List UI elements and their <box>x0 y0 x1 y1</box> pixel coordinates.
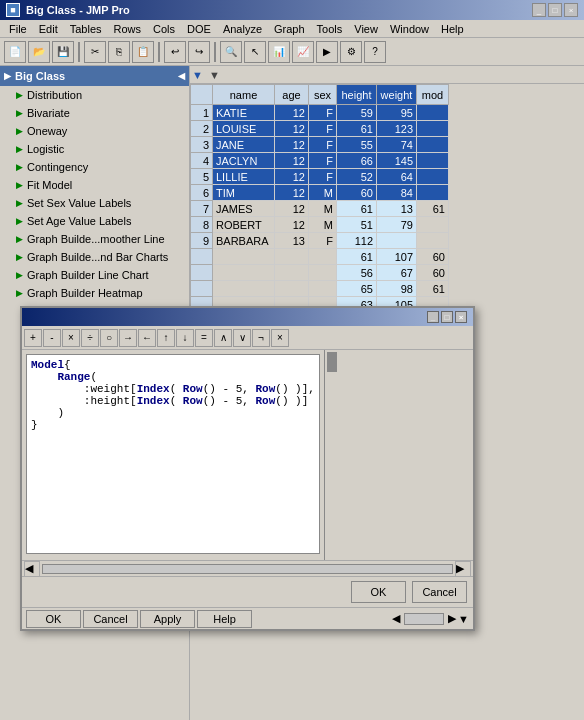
new-btn[interactable]: 📄 <box>4 41 26 63</box>
lower-cancel-button[interactable]: Cancel <box>83 610 138 628</box>
script-btn[interactable]: ▶ <box>316 41 338 63</box>
dialog-tb-eq[interactable]: = <box>195 329 213 347</box>
dialog-close-button[interactable]: × <box>455 311 467 323</box>
sidebar-item-graphline[interactable]: ▶ Graph Builder Line Chart <box>0 266 189 284</box>
sidebar-item-setsex[interactable]: ▶ Set Sex Value Labels <box>0 194 189 212</box>
graph-btn[interactable]: 📈 <box>292 41 314 63</box>
dialog-tb-and[interactable]: ∧ <box>214 329 232 347</box>
menu-file[interactable]: File <box>4 22 32 36</box>
scroll-right-icon[interactable]: ▶ <box>455 561 471 577</box>
col-header-name[interactable]: name <box>213 85 275 105</box>
dialog-cancel-button[interactable]: Cancel <box>412 581 467 603</box>
dialog-tb-not[interactable]: ¬ <box>252 329 270 347</box>
menu-window[interactable]: Window <box>385 22 434 36</box>
cell-sex: F <box>309 105 337 121</box>
toolbar-sep3 <box>214 42 216 62</box>
menu-graph[interactable]: Graph <box>269 22 310 36</box>
dialog-tb-right[interactable]: → <box>119 329 137 347</box>
sidebar-item-label: Distribution <box>27 89 82 101</box>
sidebar-item-fitmodel[interactable]: ▶ Fit Model <box>0 176 189 194</box>
horizontal-scrollbar[interactable] <box>42 564 453 574</box>
menu-doe[interactable]: DOE <box>182 22 216 36</box>
dialog-tb-down[interactable]: ↓ <box>176 329 194 347</box>
cell-weight: 64 <box>377 169 417 185</box>
dialog-maximize-button[interactable]: □ <box>441 311 453 323</box>
dialog-ok-button[interactable]: OK <box>351 581 406 603</box>
dialog-minimize-button[interactable]: _ <box>427 311 439 323</box>
dialog-tb-sub[interactable]: - <box>43 329 61 347</box>
row-marker-icon: ▼ <box>192 69 203 81</box>
menu-edit[interactable]: Edit <box>34 22 63 36</box>
sidebar-item-oneway[interactable]: ▶ Oneway <box>0 122 189 140</box>
dialog-tb-circle[interactable]: ○ <box>100 329 118 347</box>
scroll-right-icon2[interactable]: ▶ <box>448 612 456 625</box>
sidebar-item-contingency[interactable]: ▶ Contingency <box>0 158 189 176</box>
dialog-tb-up[interactable]: ↑ <box>157 329 175 347</box>
formula-editor[interactable]: Model{ Range( :weight[Index( Row() - 5, … <box>26 354 320 554</box>
sidebar-item-bivariate[interactable]: ▶ Bivariate <box>0 104 189 122</box>
menu-help[interactable]: Help <box>436 22 469 36</box>
cut-btn[interactable]: ✂ <box>84 41 106 63</box>
save-btn[interactable]: 💾 <box>52 41 74 63</box>
settings-btn[interactable]: ⚙ <box>340 41 362 63</box>
tree-arrow-icon: ▶ <box>16 108 23 118</box>
dialog-tb-or[interactable]: ∨ <box>233 329 251 347</box>
menu-cols[interactable]: Cols <box>148 22 180 36</box>
col-header-mod[interactable]: mod <box>417 85 449 105</box>
dialog-tb-left[interactable]: ← <box>138 329 156 347</box>
dialog-title-buttons[interactable]: _ □ × <box>427 311 467 323</box>
panel-collapse-icon[interactable]: ▶ <box>4 71 11 81</box>
cell-height: 52 <box>337 169 377 185</box>
table-row: 7JAMES12M611361 <box>191 201 449 217</box>
sidebar-item-graphbar[interactable]: ▶ Graph Builde...nd Bar Charts <box>0 248 189 266</box>
toolbar-sep1 <box>78 42 80 62</box>
cell-sex: M <box>309 201 337 217</box>
maximize-button[interactable]: □ <box>548 3 562 17</box>
sidebar-item-setage[interactable]: ▶ Set Age Value Labels <box>0 212 189 230</box>
col-header-weight[interactable]: weight <box>377 85 417 105</box>
minimize-button[interactable]: _ <box>532 3 546 17</box>
select-btn[interactable]: ↖ <box>244 41 266 63</box>
filter-icon[interactable]: ▼ <box>209 69 220 81</box>
scroll-down-icon[interactable]: ▼ <box>458 613 469 625</box>
col-header-height[interactable]: height <box>337 85 377 105</box>
zoom-btn[interactable]: 🔍 <box>220 41 242 63</box>
menu-tables[interactable]: Tables <box>65 22 107 36</box>
open-btn[interactable]: 📂 <box>28 41 50 63</box>
sidebar-item-logistic[interactable]: ▶ Logistic <box>0 140 189 158</box>
lower-scrollbar[interactable] <box>404 613 444 625</box>
dialog-tb-mul[interactable]: × <box>62 329 80 347</box>
panel-expand-icon[interactable]: ◀ <box>178 71 185 81</box>
tree-arrow-icon: ▶ <box>16 252 23 262</box>
copy-btn[interactable]: ⎘ <box>108 41 130 63</box>
lower-ok-button[interactable]: OK <box>26 610 81 628</box>
scroll-left-icon[interactable]: ◀ <box>24 561 40 577</box>
redo-btn[interactable]: ↪ <box>188 41 210 63</box>
cell-rownum: 6 <box>191 185 213 201</box>
undo-btn[interactable]: ↩ <box>164 41 186 63</box>
close-button[interactable]: × <box>564 3 578 17</box>
dialog-tb-add[interactable]: + <box>24 329 42 347</box>
lower-help-button[interactable]: Help <box>197 610 252 628</box>
menu-analyze[interactable]: Analyze <box>218 22 267 36</box>
menu-bar: File Edit Tables Rows Cols DOE Analyze G… <box>0 20 584 38</box>
table-row: 1KATIE12F5995 <box>191 105 449 121</box>
menu-tools[interactable]: Tools <box>312 22 348 36</box>
col-header-sex[interactable]: sex <box>309 85 337 105</box>
paste-btn[interactable]: 📋 <box>132 41 154 63</box>
sidebar-item-graphheatmap[interactable]: ▶ Graph Builder Heatmap <box>0 284 189 302</box>
lower-apply-button[interactable]: Apply <box>140 610 195 628</box>
cell-weight: 67 <box>377 265 417 281</box>
dialog-tb-close[interactable]: × <box>271 329 289 347</box>
sidebar-item-graphsmoother[interactable]: ▶ Graph Builde...moother Line <box>0 230 189 248</box>
sidebar-item-distribution[interactable]: ▶ Distribution <box>0 86 189 104</box>
dialog-scrollbar[interactable] <box>324 350 340 560</box>
menu-rows[interactable]: Rows <box>109 22 147 36</box>
col-header-age[interactable]: age <box>275 85 309 105</box>
chart-btn[interactable]: 📊 <box>268 41 290 63</box>
menu-view[interactable]: View <box>349 22 383 36</box>
dialog-tb-div[interactable]: ÷ <box>81 329 99 347</box>
scroll-left-icon2[interactable]: ◀ <box>392 612 400 625</box>
help-btn[interactable]: ? <box>364 41 386 63</box>
window-controls[interactable]: _ □ × <box>532 3 578 17</box>
